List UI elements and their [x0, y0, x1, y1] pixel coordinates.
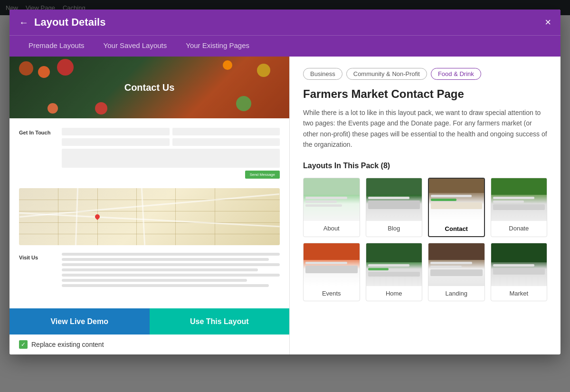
layout-details-modal: ← Layout Details × Premade Layouts Your …	[10, 10, 560, 354]
pack-item-home-thumb	[366, 243, 422, 286]
pack-item-landing-label: Landing	[428, 286, 484, 301]
action-buttons: View Live Demo Use This Layout	[10, 308, 289, 335]
pack-item-blog-label: Blog	[366, 221, 422, 236]
modal-header: ← Layout Details ×	[10, 10, 560, 35]
form-email	[62, 138, 170, 146]
pack-item-contact-thumb	[429, 179, 484, 221]
close-button[interactable]: ×	[545, 17, 551, 28]
pack-item-events-label: Events	[304, 286, 360, 301]
layout-title: Farmers Market Contact Page	[303, 87, 547, 101]
fruit-deco-6	[236, 96, 251, 111]
preview-hero: Contact Us	[10, 57, 289, 118]
form-phone	[172, 138, 280, 146]
pack-item-about[interactable]: About	[303, 178, 360, 237]
pack-item-landing[interactable]: Landing	[428, 243, 485, 301]
modal-body: Contact Us Get In Touch	[10, 57, 560, 354]
form-lastname	[172, 128, 280, 135]
visit-us-label: Visit Us	[19, 253, 52, 289]
pack-item-landing-thumb	[428, 243, 484, 286]
fruit-deco-7	[223, 60, 232, 70]
form-firstname	[62, 128, 170, 135]
category-badges: Business Community & Non-Profit Food & D…	[303, 68, 547, 80]
pack-item-market[interactable]: Market	[491, 243, 548, 301]
badge-community[interactable]: Community & Non-Profit	[346, 68, 427, 80]
pack-item-donate-thumb	[491, 178, 547, 221]
map-pin-icon	[94, 213, 101, 220]
preview-form: Send Message	[62, 128, 280, 179]
pack-item-about-label: About	[304, 221, 360, 236]
pack-title: Layouts In This Pack (8)	[303, 162, 547, 170]
pack-item-contact-label: Contact	[429, 221, 484, 236]
pack-item-blog[interactable]: Blog	[366, 178, 423, 237]
form-message	[62, 149, 280, 168]
preview-hero-text: Contact Us	[124, 82, 175, 93]
fruit-deco-5	[48, 103, 58, 114]
pack-item-donate-label: Donate	[491, 221, 547, 236]
send-message-btn[interactable]: Send Message	[245, 171, 280, 179]
fruit-deco-8	[95, 102, 107, 115]
pack-item-about-thumb	[304, 178, 360, 221]
pack-item-donate[interactable]: Donate	[491, 178, 548, 237]
pack-item-home[interactable]: Home	[366, 243, 423, 301]
tab-premade[interactable]: Premade Layouts	[19, 36, 94, 57]
preview-visit-section: Visit Us	[10, 245, 289, 297]
preview-webpage: Contact Us Get In Touch	[10, 57, 289, 308]
modal-overlay: ← Layout Details × Premade Layouts Your …	[0, 0, 570, 392]
fruit-deco-3	[57, 59, 74, 76]
pack-item-contact[interactable]: Contact	[428, 178, 485, 237]
fruit-deco-4	[257, 64, 270, 77]
details-panel: Business Community & Non-Profit Food & D…	[290, 57, 560, 354]
pack-item-blog-thumb	[366, 178, 422, 221]
preview-contact-section: Get In Touch Send Message	[10, 118, 289, 188]
replace-content-label: Replace existing content	[31, 341, 104, 348]
pack-item-home-label: Home	[366, 286, 422, 301]
layout-description: While there is a lot to like in this lay…	[303, 107, 547, 150]
use-this-layout-button[interactable]: Use This Layout	[150, 308, 290, 335]
pack-item-market-thumb	[491, 243, 547, 286]
pack-grid: About Blog	[303, 178, 547, 301]
pack-item-events[interactable]: Events	[303, 243, 360, 301]
replace-content-checkbox[interactable]: ✓	[19, 340, 28, 349]
tab-saved-layouts[interactable]: Your Saved Layouts	[94, 36, 177, 57]
preview-panel: Contact Us Get In Touch	[10, 57, 290, 354]
tab-existing-pages[interactable]: Your Existing Pages	[176, 36, 259, 57]
replace-content-row: ✓ Replace existing content	[10, 335, 289, 354]
preview-image-container: Contact Us Get In Touch	[10, 57, 289, 308]
pack-item-market-label: Market	[491, 286, 547, 301]
fruit-deco-2	[38, 66, 50, 78]
badge-business[interactable]: Business	[303, 68, 342, 80]
fruit-deco-1	[19, 61, 33, 76]
get-in-touch-label: Get In Touch	[19, 128, 52, 179]
back-arrow-icon[interactable]: ←	[19, 17, 28, 28]
modal-tabs: Premade Layouts Your Saved Layouts Your …	[10, 35, 560, 57]
modal-title: Layout Details	[34, 16, 105, 29]
pack-item-events-thumb	[304, 243, 360, 286]
badge-food-drink[interactable]: Food & Drink	[431, 68, 481, 80]
preview-map	[19, 188, 280, 245]
view-live-demo-button[interactable]: View Live Demo	[10, 308, 150, 335]
